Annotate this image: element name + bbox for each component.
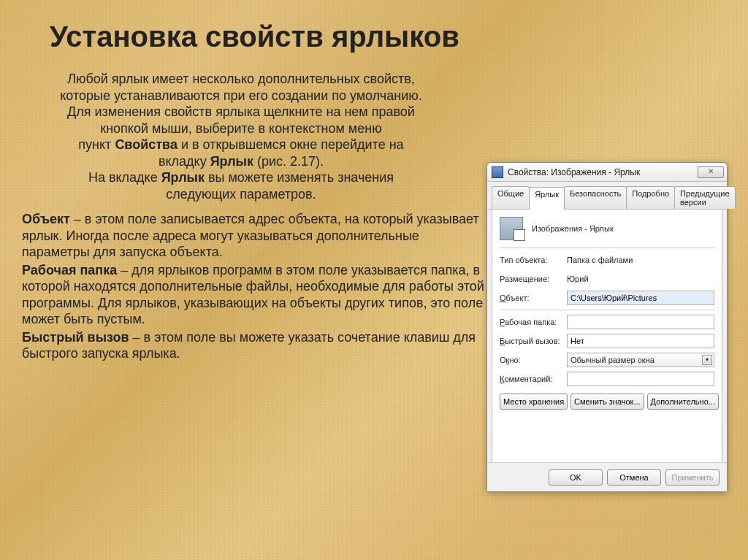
chevron-down-icon: ▾	[702, 355, 712, 365]
separator	[500, 248, 714, 248]
term-hotkey: Быстрый вызов	[22, 330, 129, 345]
apply-button[interactable]: Применить	[665, 469, 720, 486]
desc-object: – в этом поле записывается адрес объекта…	[22, 212, 479, 259]
value-type: Папка с файлами	[567, 256, 714, 264]
intro-line: которые устанавливаются при его создании…	[60, 88, 421, 103]
workdir-input[interactable]	[567, 315, 714, 329]
intro-line: и в открывшемся окне перейдите на	[178, 137, 404, 152]
window-title: Свойства: Изображения - Ярлык	[508, 167, 698, 177]
intro-line: Для изменения свойств ярлыка щелкните на…	[67, 104, 415, 119]
file-location-button[interactable]: Место хранения	[500, 394, 568, 410]
separator	[500, 310, 714, 310]
intro-line: (рис. 2.17).	[253, 154, 324, 169]
object-input[interactable]	[567, 291, 714, 305]
tab-shortcut[interactable]: Ярлык	[529, 187, 565, 210]
shortcut-icon	[500, 217, 523, 240]
dialog-footer: OK Отмена Применить	[487, 462, 727, 491]
body-block: Объект – в этом поле записывается адрес …	[22, 211, 489, 362]
label-window: Окно:	[500, 356, 567, 364]
intro-line: следующих параметров.	[166, 187, 316, 202]
change-icon-button[interactable]: Сменить значок...	[570, 394, 644, 410]
tab-body: Изображения - Ярлык Тип объекта: Папка с…	[492, 210, 722, 467]
tab-details[interactable]: Подробно	[626, 186, 675, 209]
tab-security[interactable]: Безопасность	[564, 186, 627, 209]
intro-line: Любой ярлык имеет несколько дополнительн…	[67, 72, 415, 86]
shortcut-name: Изображения - Ярлык	[532, 224, 614, 233]
window-combo[interactable]: Обычный размер окна ▾	[567, 353, 714, 367]
intro-line: На вкладке	[88, 170, 161, 185]
label-location: Размещение:	[500, 275, 567, 283]
intro-bold: Ярлык	[210, 154, 253, 169]
window-combo-value: Обычный размер окна	[570, 356, 654, 364]
tab-general[interactable]: Общие	[492, 186, 530, 209]
titlebar[interactable]: Свойства: Изображения - Ярлык ✕	[487, 163, 727, 182]
label-type: Тип объекта:	[500, 256, 567, 264]
cancel-button[interactable]: Отмена	[607, 469, 661, 486]
window-icon	[492, 166, 503, 178]
intro-line: пункт	[78, 137, 115, 152]
label-hotkey: Быстрый вызов:	[500, 337, 567, 345]
intro-line: кнопкой мыши, выберите в контекстном мен…	[100, 121, 381, 136]
hotkey-input[interactable]	[567, 334, 714, 348]
label-workdir: Рабочая папка:	[500, 318, 567, 326]
term-object: Объект	[22, 212, 70, 226]
value-location: Юрий	[567, 275, 714, 283]
intro-bold: Ярлык	[161, 170, 205, 185]
close-button[interactable]: ✕	[698, 166, 724, 178]
tabstrip: Общие Ярлык Безопасность Подробно Предыд…	[487, 182, 727, 210]
comment-input[interactable]	[567, 372, 714, 386]
intro-block: Любой ярлык имеет несколько дополнительн…	[37, 71, 446, 202]
intro-line: вкладку	[159, 154, 210, 169]
intro-bold: Свойства	[115, 137, 178, 152]
intro-line: вы можете изменять значения	[205, 170, 394, 185]
term-workdir: Рабочая папка	[22, 263, 117, 277]
label-comment: Комментарий:	[500, 375, 567, 383]
properties-dialog: Свойства: Изображения - Ярлык ✕ Общие Яр…	[486, 162, 728, 492]
tab-previous[interactable]: Предыдущие версии	[674, 186, 735, 209]
ok-button[interactable]: OK	[549, 469, 603, 486]
advanced-button[interactable]: Дополнительно...	[647, 394, 719, 410]
label-object: Объект:	[500, 294, 567, 302]
page-title: Установка свойств ярлыков	[0, 0, 748, 53]
